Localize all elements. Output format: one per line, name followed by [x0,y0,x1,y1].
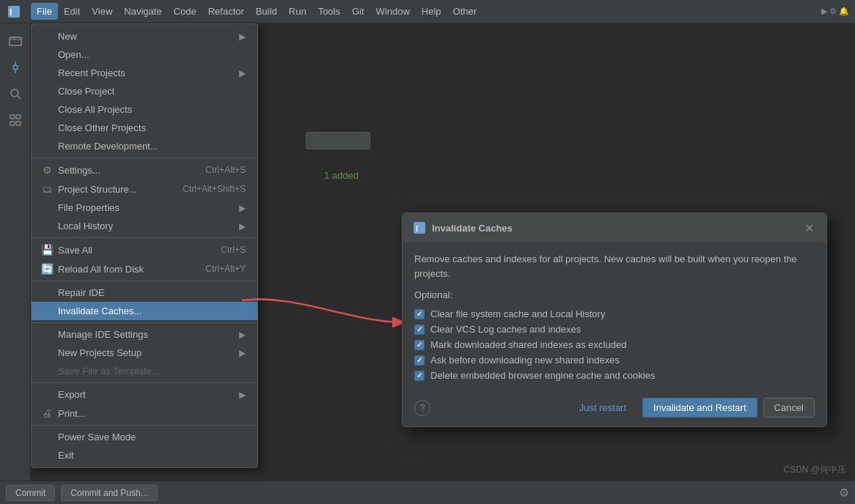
menu-item-manage-ide-settings[interactable]: Manage IDE Settings ▶ [32,325,257,344]
checkbox-delete-browser-cache-label: Delete embedded browser engine cache and… [430,370,655,381]
checkbox-clear-vcs-cache-box[interactable] [414,325,425,335]
checkbox-clear-vcs-cache-label: Clear VCS Log caches and indexes [430,324,581,335]
divider-2 [32,237,257,238]
checkbox-clear-fs-cache[interactable]: Clear file system cache and Local Histor… [414,306,815,322]
manage-ide-label: Manage IDE Settings [58,329,239,340]
sidebar-search-icon[interactable] [4,82,27,105]
menu-refactor[interactable]: Refactor [202,3,250,20]
commit-button[interactable]: Commit [6,485,55,501]
local-history-arrow: ▶ [239,221,246,231]
new-label: New [58,31,239,42]
divider-6 [32,425,257,426]
sidebar-commit-icon[interactable] [4,56,27,79]
checkbox-mark-shared-indexes-label: Mark downloaded shared indexes as exclud… [430,339,626,350]
menu-help[interactable]: Help [416,3,447,20]
svg-rect-11 [16,122,21,125]
red-arrow [235,286,411,337]
menu-item-save-all[interactable]: 💾 Save All Ctrl+S [32,240,257,259]
save-all-icon: 💾 [40,244,54,256]
menu-item-settings[interactable]: ⚙ Settings... Ctrl+Alt+S [32,160,257,179]
left-sidebar [0,23,31,504]
invalidate-caches-dialog[interactable]: I Invalidate Caches ✕ Remove caches and … [402,212,827,427]
checkbox-delete-browser-cache-box[interactable] [414,371,425,381]
menu-item-remote-development[interactable]: Remote Development... [32,137,257,155]
menu-build[interactable]: Build [250,3,283,20]
menu-file[interactable]: File [31,3,58,20]
search-bar-bg [306,132,370,149]
svg-text:I: I [416,224,418,233]
divider-3 [32,281,257,281]
save-all-label: Save All [58,245,209,256]
menu-item-close-project[interactable]: Close Project [32,82,257,100]
settings-icon: ⚙ [40,164,54,176]
menu-run[interactable]: Run [283,3,312,20]
dialog-help-button[interactable]: ? [414,400,430,416]
export-arrow: ▶ [239,390,246,400]
menu-git[interactable]: Git [346,3,370,20]
checkbox-clear-vcs-cache[interactable]: Clear VCS Log caches and indexes [414,322,815,337]
invalidate-restart-button[interactable]: Invalidate and Restart [642,398,757,418]
menu-item-recent-projects[interactable]: Recent Projects ▶ [32,64,257,82]
commit-push-button[interactable]: Commit and Push... [61,485,157,501]
menu-item-close-all-projects[interactable]: Close All Projects [32,100,257,119]
project-structure-icon: 🗂 [40,183,54,195]
svg-text:I: I [10,7,12,18]
menu-edit[interactable]: Edit [58,3,86,20]
remote-label: Remote Development... [58,141,246,152]
menu-tools[interactable]: Tools [312,3,346,20]
bottom-bar: Commit Commit and Push... ⚙ [0,481,855,504]
dialog-optional-label: Optional: [414,289,815,300]
file-dropdown-menu: New ▶ Open... Recent Projects ▶ Close Pr… [31,23,258,468]
menu-item-print[interactable]: 🖨 Print... [32,404,257,423]
dialog-logo-icon: I [413,221,426,234]
checkbox-ask-before-downloading[interactable]: Ask before downloading new shared indexe… [414,352,815,368]
menu-code[interactable]: Code [168,3,202,20]
menu-item-close-other-projects[interactable]: Close Other Projects [32,119,257,137]
menu-item-project-structure[interactable]: 🗂 Project Structure... Ctrl+Alt+Shift+S [32,179,257,199]
print-icon: 🖨 [40,407,54,419]
menu-item-local-history[interactable]: Local History ▶ [32,217,257,235]
menu-item-exit[interactable]: Exit [32,446,257,464]
sidebar-folder-icon[interactable] [4,29,27,53]
project-structure-shortcut: Ctrl+Alt+Shift+S [183,184,246,194]
dialog-description: Remove caches and indexes for all projec… [414,252,815,281]
checkbox-ask-before-downloading-box[interactable] [414,355,425,366]
menu-other[interactable]: Other [447,3,483,20]
menu-item-reload-all[interactable]: 🔄 Reload All from Disk Ctrl+Alt+Y [32,259,257,278]
checkbox-mark-shared-indexes-box[interactable] [414,340,425,350]
menu-item-repair-ide[interactable]: Repair IDE [32,284,257,302]
export-label: Export [58,389,239,400]
just-restart-button[interactable]: Just restart [569,399,636,416]
checkbox-clear-fs-cache-box[interactable] [414,309,425,319]
new-projects-arrow: ▶ [239,348,246,358]
power-save-label: Power Save Mode [58,431,246,442]
checkbox-mark-shared-indexes[interactable]: Mark downloaded shared indexes as exclud… [414,337,815,352]
recent-arrow: ▶ [239,68,246,78]
save-template-label: Save File as Template... [58,366,246,377]
invalidate-caches-label: Invalidate Caches... [58,305,246,316]
checkbox-delete-browser-cache[interactable]: Delete embedded browser engine cache and… [414,368,815,383]
cancel-button[interactable]: Cancel [763,398,815,418]
menu-item-invalidate-caches[interactable]: Invalidate Caches... [32,302,257,320]
exit-label: Exit [58,450,246,461]
svg-line-7 [18,96,21,99]
svg-rect-10 [10,122,15,125]
menu-navigate[interactable]: Navigate [118,3,167,20]
divider-1 [32,158,257,158]
file-properties-label: File Properties [58,202,239,213]
menu-item-new-projects-setup[interactable]: New Projects Setup ▶ [32,344,257,362]
dialog-close-button[interactable]: ✕ [801,220,816,235]
new-arrow: ▶ [239,32,246,42]
menu-view[interactable]: View [86,3,118,20]
menu-item-file-properties[interactable]: File Properties ▶ [32,199,257,217]
gear-icon[interactable]: ⚙ [839,486,849,500]
menu-item-open[interactable]: Open... [32,45,257,64]
menu-window[interactable]: Window [370,3,416,20]
menu-item-export[interactable]: Export ▶ [32,385,257,404]
menu-item-power-save-mode[interactable]: Power Save Mode [32,428,257,446]
checkbox-clear-fs-cache-label: Clear file system cache and Local Histor… [430,308,605,319]
open-label: Open... [58,49,246,60]
close-project-label: Close Project [58,86,246,97]
sidebar-structure-icon[interactable] [4,108,27,132]
menu-item-new[interactable]: New ▶ [32,27,257,45]
